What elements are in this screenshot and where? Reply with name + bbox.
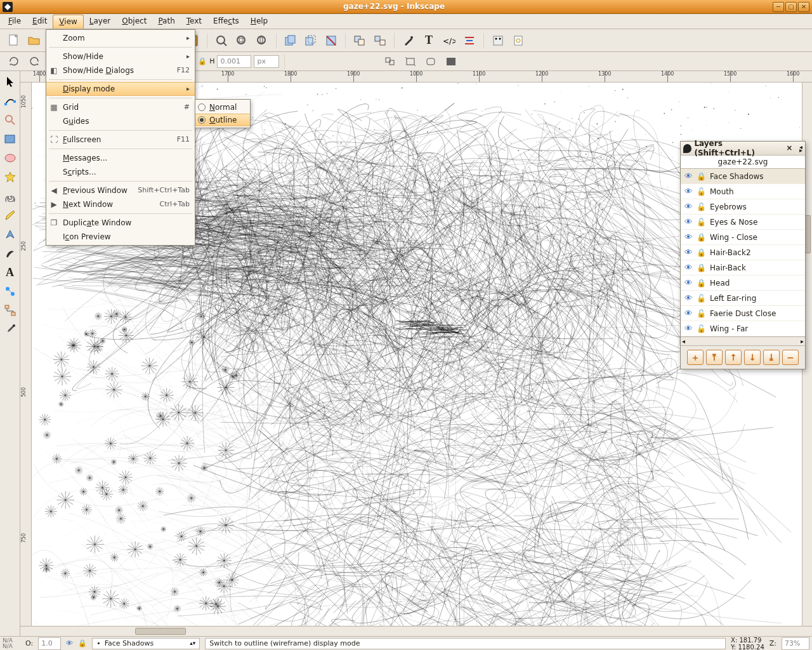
calligraphy-tool[interactable] — [2, 245, 18, 262]
layers-arrows-icon[interactable]: ◂▸ — [799, 145, 802, 152]
ellipse-tool[interactable] — [2, 150, 18, 166]
layer-lock-icon[interactable]: 🔓 — [697, 324, 706, 333]
menu-layer[interactable]: Layer — [84, 14, 116, 29]
new-document-button[interactable] — [5, 32, 23, 50]
menu-fullscreen[interactable]: ⛶FullscreenF11 — [46, 133, 195, 147]
text-properties-button[interactable]: T — [420, 32, 438, 50]
layer-row[interactable]: 👁🔓Mouth — [681, 184, 805, 199]
layer-visible-icon[interactable]: 👁 — [684, 293, 693, 303]
document-properties-button[interactable] — [509, 32, 527, 50]
opacity-field[interactable]: 1.0 — [38, 637, 61, 650]
layer-row[interactable]: 👁🔒Wing - Close — [681, 230, 805, 245]
selector-tool[interactable] — [2, 74, 18, 90]
connector-tool[interactable] — [2, 302, 18, 319]
zoom-tool[interactable] — [2, 112, 18, 128]
layer-visible-icon[interactable]: 👁 — [684, 308, 693, 319]
layers-close-button[interactable]: × — [785, 143, 794, 154]
layer-up-button[interactable]: ↑ — [725, 350, 742, 365]
pen-tool[interactable] — [2, 226, 18, 242]
spiral-tool[interactable] — [2, 188, 18, 204]
text-tool[interactable]: A — [2, 264, 18, 281]
layer-row[interactable]: 👁🔒Face Shadows — [681, 169, 805, 184]
fill-swatch[interactable]: N/AN/A — [3, 638, 20, 649]
layer-visible-icon[interactable]: 👁 — [684, 263, 693, 273]
open-document-button[interactable] — [25, 32, 43, 50]
menu-display-mode[interactable]: Display mode▸ — [46, 82, 195, 96]
window-maximize-button[interactable]: ▢ — [785, 2, 797, 12]
menu-messages[interactable]: Messages... — [46, 151, 195, 165]
menu-show-hide[interactable]: Show/Hide▸ — [46, 50, 195, 63]
menu-view[interactable]: View — [53, 15, 83, 29]
node-tool[interactable] — [2, 93, 18, 109]
layer-lock-icon[interactable]: 🔒 — [697, 233, 706, 242]
ungroup-button[interactable] — [371, 32, 389, 50]
layer-lock-icon[interactable]: 🔒 — [697, 279, 706, 288]
zoom-drawing-button[interactable] — [233, 32, 251, 50]
scrollbar-horizontal[interactable] — [20, 626, 812, 636]
menu-scripts[interactable]: Scripts... — [46, 165, 195, 179]
unit-select[interactable]: px — [254, 55, 279, 68]
pencil-tool[interactable] — [2, 207, 18, 223]
display-outline[interactable]: Outline — [195, 114, 250, 126]
ruler-vertical[interactable]: 1050250500750 — [20, 83, 32, 626]
layer-row[interactable]: 👁🔒Hair-Back — [681, 260, 805, 275]
layer-visible-icon[interactable]: 👁 — [66, 639, 73, 647]
layer-visible-icon[interactable]: 👁 — [684, 278, 693, 288]
menu-next-window[interactable]: ▶Next WindowCtrl+Tab — [46, 197, 195, 211]
select-rotate-button[interactable] — [5, 53, 23, 70]
window-minimize-button[interactable]: ─ — [773, 2, 784, 12]
menu-duplicate-window[interactable]: ❐Duplicate Window — [46, 216, 195, 230]
duplicate-button[interactable] — [282, 32, 299, 50]
menu-path[interactable]: Path — [152, 14, 180, 29]
menu-guides[interactable]: Guides — [46, 114, 195, 128]
menu-zoom[interactable]: Zoom▸ — [46, 31, 195, 45]
layer-lock-icon[interactable]: 🔒 — [697, 263, 706, 272]
select-rotate-cw-button[interactable] — [25, 53, 43, 70]
layer-visible-icon[interactable]: 👁 — [684, 248, 693, 258]
menu-help[interactable]: Help — [245, 14, 273, 29]
layer-visible-icon[interactable]: 👁 — [684, 217, 693, 227]
affect-scale-button[interactable] — [402, 53, 419, 70]
layer-row[interactable]: 👁🔓Eyes & Nose — [681, 215, 805, 230]
menu-edit[interactable]: Edit — [27, 14, 53, 29]
layer-visible-icon[interactable]: 👁 — [684, 324, 693, 334]
layer-row[interactable]: 👁🔒Head — [681, 275, 805, 291]
layer-lock-icon[interactable]: 🔓 — [697, 202, 706, 211]
layer-bottom-button[interactable]: ⤓ — [763, 350, 780, 365]
layer-lock-icon[interactable]: 🔓 — [697, 294, 706, 303]
layer-lock-icon[interactable]: 🔓 — [697, 309, 706, 318]
layer-lock-icon[interactable]: 🔓 — [697, 218, 706, 227]
menu-icon-preview[interactable]: Icon Preview — [46, 230, 195, 244]
star-tool[interactable] — [2, 169, 18, 185]
xml-editor-button[interactable]: </> — [440, 32, 458, 50]
clone-button[interactable] — [302, 32, 320, 50]
menu-effects[interactable]: Effects — [207, 14, 245, 29]
h-field[interactable]: 0.001 — [217, 55, 251, 68]
group-button[interactable] — [351, 32, 369, 50]
layer-row[interactable]: 👁🔓Left Ear-ring — [681, 291, 805, 306]
layer-lock-icon[interactable]: 🔒 — [78, 639, 87, 647]
menu-text[interactable]: Text — [181, 14, 207, 29]
affect-move-button[interactable] — [381, 53, 399, 70]
layer-remove-button[interactable]: − — [782, 350, 799, 365]
layer-visible-icon[interactable]: 👁 — [684, 171, 693, 182]
zoom-page-button[interactable] — [253, 32, 271, 50]
layer-visible-icon[interactable]: 👁 — [684, 187, 693, 197]
layer-add-button[interactable]: ＋ — [687, 350, 704, 365]
zoom-field[interactable]: 73% — [782, 637, 809, 650]
menu-prev-window[interactable]: ◀Previous WindowShift+Ctrl+Tab — [46, 183, 195, 197]
zoom-fit-button[interactable] — [213, 32, 230, 50]
layer-top-button[interactable]: ⤒ — [706, 350, 723, 365]
dropper-tool[interactable] — [2, 321, 18, 338]
layer-lock-icon[interactable]: 🔒 — [697, 172, 706, 181]
layers-scroll[interactable]: ◂▸ — [681, 336, 805, 345]
affect-gradient-button[interactable] — [442, 53, 460, 70]
layer-row[interactable]: 👁🔓Eyebrows — [681, 199, 805, 215]
layer-visible-icon[interactable]: 👁 — [684, 232, 693, 242]
lock-icon[interactable]: 🔒 — [198, 57, 207, 65]
menu-file[interactable]: File — [3, 14, 27, 29]
display-normal[interactable]: Normal — [195, 101, 250, 114]
layer-selector[interactable]: •Face Shadows▴▾ — [92, 638, 200, 649]
layer-lock-icon[interactable]: 🔓 — [697, 187, 706, 196]
menu-object[interactable]: Object — [116, 14, 152, 29]
